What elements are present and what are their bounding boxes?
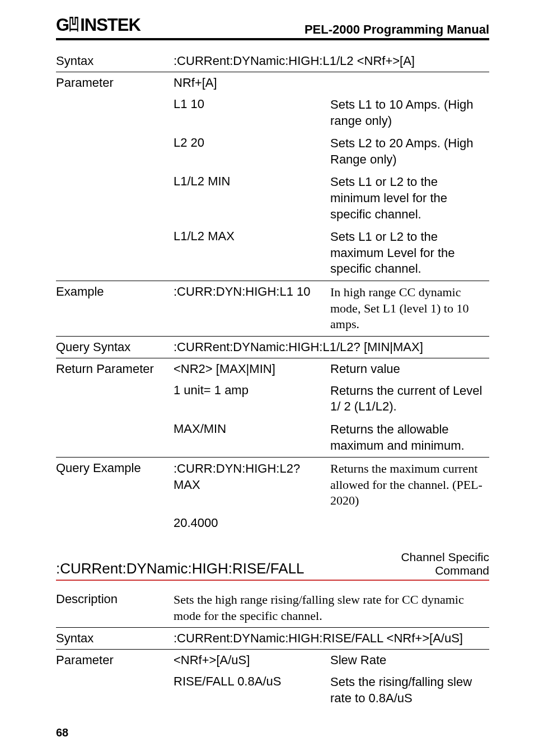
page-number: 68: [56, 726, 68, 739]
table-row: Syntax:CURRent:DYNamic:HIGH:L1/L2 <NRf+>…: [56, 50, 489, 72]
row-label: Example: [56, 281, 174, 336]
row-label: Parameter: [56, 650, 174, 671]
row-desc: Returns the current of Level 1/ 2 (L1/L2…: [330, 380, 489, 418]
row-param: L2 20: [174, 132, 330, 171]
logo: G凹INSTEK: [56, 13, 140, 37]
row-param: MAX/MIN: [174, 418, 330, 458]
table-row: Parameter<NRf+>[A/uS]Slew Rate: [56, 650, 489, 671]
logo-bars-icon: 凹: [69, 13, 79, 37]
row-desc: Sets L1 or L2 to the minimum level for t…: [330, 171, 489, 226]
row-label: [56, 94, 174, 132]
row-param: RISE/FALL 0.8A/uS: [174, 671, 330, 710]
table-row: 1 unit= 1 ampReturns the current of Leve…: [56, 380, 489, 418]
table-row: L1/L2 MAXSets L1 or L2 to the maximum Le…: [56, 226, 489, 281]
table-row: 20.4000: [56, 512, 489, 534]
row-desc: Sets L2 to 20 Amps. (High Range only): [330, 132, 489, 171]
row-desc: Slew Rate: [330, 650, 489, 671]
row-param: :CURR:DYN:HIGH:L2? MAX: [174, 458, 330, 512]
row-value: :CURRent:DYNamic:HIGH:L1/L2 <NRf+>[A]: [174, 50, 489, 72]
row-param: <NRf+>[A/uS]: [174, 650, 330, 671]
row-value: :CURRent:DYNamic:HIGH:L1/L2? [MIN|MAX]: [174, 336, 489, 358]
row-param: L1/L2 MIN: [174, 171, 330, 226]
row-desc: Sets L1 or L2 to the maximum Level for t…: [330, 226, 489, 281]
row-label: Description: [56, 589, 174, 628]
row-label: Parameter: [56, 72, 174, 94]
row-label: [56, 171, 174, 226]
row-desc: Returns the maximum current allowed for …: [330, 458, 489, 512]
row-label: [56, 226, 174, 281]
table-row: L2 20Sets L2 to 20 Amps. (High Range onl…: [56, 132, 489, 171]
row-desc: [330, 72, 489, 94]
row-param: 20.4000: [174, 512, 330, 534]
header: G凹INSTEK PEL-2000 Programming Manual: [56, 13, 489, 40]
row-param: :CURR:DYN:HIGH:L1 10: [174, 281, 330, 336]
table-row: Return Parameter<NR2> [MAX|MIN]Return va…: [56, 358, 489, 380]
row-desc: [330, 512, 489, 534]
table-row: Syntax:CURRent:DYNamic:HIGH:RISE/FALL <N…: [56, 628, 489, 650]
logo-pre: G: [56, 15, 69, 35]
row-value: Sets the high range rising/falling slew …: [174, 589, 489, 628]
row-desc: Sets the rising/falling slew rate to 0.8…: [330, 671, 489, 710]
row-param: L1 10: [174, 94, 330, 132]
row-desc: Return value: [330, 358, 489, 380]
row-label: Return Parameter: [56, 358, 174, 380]
row-label: Syntax: [56, 50, 174, 72]
row-label: Query Example: [56, 458, 174, 512]
row-label: [56, 512, 174, 534]
table-row: RISE/FALL 0.8A/uSSets the rising/falling…: [56, 671, 489, 710]
row-label: [56, 132, 174, 171]
row-value: :CURRent:DYNamic:HIGH:RISE/FALL <NRf+>[A…: [174, 628, 489, 650]
row-desc: Returns the allowable maximum and minimu…: [330, 418, 489, 458]
section-heading: :CURRent:DYNamic:HIGH:RISE/FALL Channel …: [56, 550, 489, 581]
row-param: NRf+[A]: [174, 72, 330, 94]
table-row: Query Example:CURR:DYN:HIGH:L2? MAXRetur…: [56, 458, 489, 512]
row-desc: In high range CC dynamic mode, Set L1 (l…: [330, 281, 489, 336]
table-row: Example:CURR:DYN:HIGH:L1 10In high range…: [56, 281, 489, 336]
section-tag-line1: Channel Specific: [401, 550, 489, 563]
table-row: ParameterNRf+[A]: [56, 72, 489, 94]
row-param: 1 unit= 1 amp: [174, 380, 330, 418]
section-tag: Channel Specific Command: [401, 550, 489, 577]
row-param: <NR2> [MAX|MIN]: [174, 358, 330, 380]
table-row: Query Syntax:CURRent:DYNamic:HIGH:L1/L2?…: [56, 336, 489, 358]
logo-post: INSTEK: [80, 15, 140, 35]
row-label: [56, 418, 174, 458]
row-label: Query Syntax: [56, 336, 174, 358]
command-table-1: Syntax:CURRent:DYNamic:HIGH:L1/L2 <NRf+>…: [56, 50, 489, 534]
table-row: DescriptionSets the high range rising/fa…: [56, 589, 489, 628]
command-table-2: DescriptionSets the high range rising/fa…: [56, 589, 489, 710]
table-row: L1/L2 MINSets L1 or L2 to the minimum le…: [56, 171, 489, 226]
manual-title: PEL-2000 Programming Manual: [305, 22, 489, 37]
row-label: Syntax: [56, 628, 174, 650]
row-desc: Sets L1 to 10 Amps. (High range only): [330, 94, 489, 132]
row-label: [56, 380, 174, 418]
table-row: L1 10Sets L1 to 10 Amps. (High range onl…: [56, 94, 489, 132]
row-param: L1/L2 MAX: [174, 226, 330, 281]
row-label: [56, 671, 174, 710]
table-row: MAX/MINReturns the allowable maximum and…: [56, 418, 489, 458]
section-tag-line2: Command: [435, 564, 489, 577]
section-command: :CURRent:DYNamic:HIGH:RISE/FALL: [56, 560, 305, 577]
